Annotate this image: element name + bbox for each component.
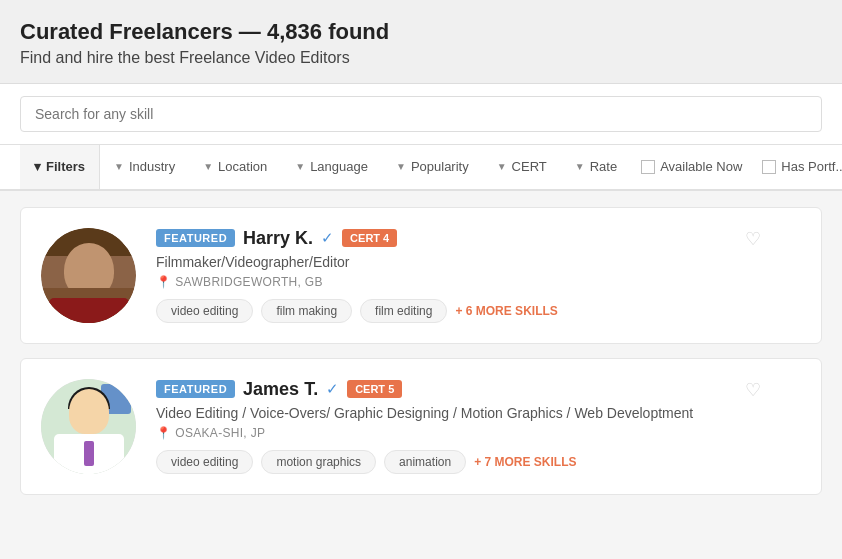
filter-popularity-label: Popularity xyxy=(411,159,469,174)
card-content-james: FEATURED James T. ✓ CERT 5 Video Editing… xyxy=(156,379,801,474)
filter-industry-label: Industry xyxy=(129,159,175,174)
chevron-location-icon: ▼ xyxy=(203,161,213,172)
filter-icon: ▾ xyxy=(34,159,41,174)
filter-rate-label: Rate xyxy=(590,159,617,174)
results-section: ♡ FEATURED Harry K. ✓ CERT 4 Filmmaker/V… xyxy=(0,191,842,525)
filter-available-now: Available Now xyxy=(631,159,752,174)
cert-badge-james: CERT 5 xyxy=(347,380,402,398)
location-text-james: OSAKA-SHI, JP xyxy=(175,426,265,440)
skill-tag-1-harry[interactable]: video editing xyxy=(156,299,253,323)
chevron-cert-icon: ▼ xyxy=(497,161,507,172)
location-pin-icon-harry: 📍 xyxy=(156,275,171,289)
featured-badge-harry: FEATURED xyxy=(156,229,235,247)
filter-cert-label: CERT xyxy=(512,159,547,174)
cert-badge-harry: CERT 4 xyxy=(342,229,397,247)
filter-has-portfolio: Has Portf... xyxy=(752,159,842,174)
avatar-james xyxy=(41,379,136,474)
chevron-industry-icon: ▼ xyxy=(114,161,124,172)
location-row-james: 📍 OSAKA-SHI, JP xyxy=(156,426,801,440)
freelancer-card-james: ♡ FEATURED James T. ✓ CERT 5 Video Editi… xyxy=(20,358,822,495)
filter-industry-button[interactable]: ▼ Industry xyxy=(100,145,189,189)
header-section: Curated Freelancers — 4,836 found Find a… xyxy=(0,0,842,84)
more-skills-james[interactable]: + 7 MORE SKILLS xyxy=(474,455,576,469)
filter-language-button[interactable]: ▼ Language xyxy=(281,145,382,189)
freelancer-title-harry: Filmmaker/Videographer/Editor xyxy=(156,254,801,270)
filter-cert-button[interactable]: ▼ CERT xyxy=(483,145,561,189)
filters-main-button[interactable]: ▾ Filters xyxy=(20,145,100,189)
chevron-popularity-icon: ▼ xyxy=(396,161,406,172)
skills-row-harry: video editing film making film editing +… xyxy=(156,299,801,323)
skill-tag-1-james[interactable]: video editing xyxy=(156,450,253,474)
available-now-label: Available Now xyxy=(660,159,742,174)
card-content-harry: FEATURED Harry K. ✓ CERT 4 Filmmaker/Vid… xyxy=(156,228,801,323)
has-portfolio-label: Has Portf... xyxy=(781,159,842,174)
verified-icon-james: ✓ xyxy=(326,380,339,398)
freelancer-name-harry[interactable]: Harry K. xyxy=(243,228,313,249)
search-input[interactable] xyxy=(20,96,822,132)
chevron-rate-icon: ▼ xyxy=(575,161,585,172)
filters-label: Filters xyxy=(46,159,85,174)
location-text-harry: SAWBRIDGEWORTH, GB xyxy=(175,275,322,289)
filter-popularity-button[interactable]: ▼ Popularity xyxy=(382,145,483,189)
chevron-language-icon: ▼ xyxy=(295,161,305,172)
avatar-harry xyxy=(41,228,136,323)
freelancer-name-james[interactable]: James T. xyxy=(243,379,318,400)
skills-row-james: video editing motion graphics animation … xyxy=(156,450,801,474)
filters-bar: ▾ Filters ▼ Industry ▼ Location ▼ Langua… xyxy=(0,145,842,191)
available-now-checkbox[interactable] xyxy=(641,160,655,174)
location-pin-icon-james: 📍 xyxy=(156,426,171,440)
freelancer-title-james: Video Editing / Voice-Overs/ Graphic Des… xyxy=(156,405,801,421)
verified-icon-harry: ✓ xyxy=(321,229,334,247)
card-header-harry: FEATURED Harry K. ✓ CERT 4 xyxy=(156,228,801,249)
location-row-harry: 📍 SAWBRIDGEWORTH, GB xyxy=(156,275,801,289)
more-skills-harry[interactable]: + 6 MORE SKILLS xyxy=(455,304,557,318)
filter-location-label: Location xyxy=(218,159,267,174)
card-header-james: FEATURED James T. ✓ CERT 5 xyxy=(156,379,801,400)
header-title: Curated Freelancers — 4,836 found xyxy=(20,18,822,47)
skill-tag-3-harry[interactable]: film editing xyxy=(360,299,447,323)
wishlist-heart-james[interactable]: ♡ xyxy=(745,379,761,401)
skill-tag-3-james[interactable]: animation xyxy=(384,450,466,474)
has-portfolio-checkbox[interactable] xyxy=(762,160,776,174)
freelancer-card-harry: ♡ FEATURED Harry K. ✓ CERT 4 Filmmaker/V… xyxy=(20,207,822,344)
header-subtitle: Find and hire the best Freelance Video E… xyxy=(20,49,822,67)
search-section xyxy=(0,84,842,145)
filter-language-label: Language xyxy=(310,159,368,174)
filter-rate-button[interactable]: ▼ Rate xyxy=(561,145,631,189)
skill-tag-2-james[interactable]: motion graphics xyxy=(261,450,376,474)
skill-tag-2-harry[interactable]: film making xyxy=(261,299,352,323)
wishlist-heart-harry[interactable]: ♡ xyxy=(745,228,761,250)
featured-badge-james: FEATURED xyxy=(156,380,235,398)
filter-location-button[interactable]: ▼ Location xyxy=(189,145,281,189)
